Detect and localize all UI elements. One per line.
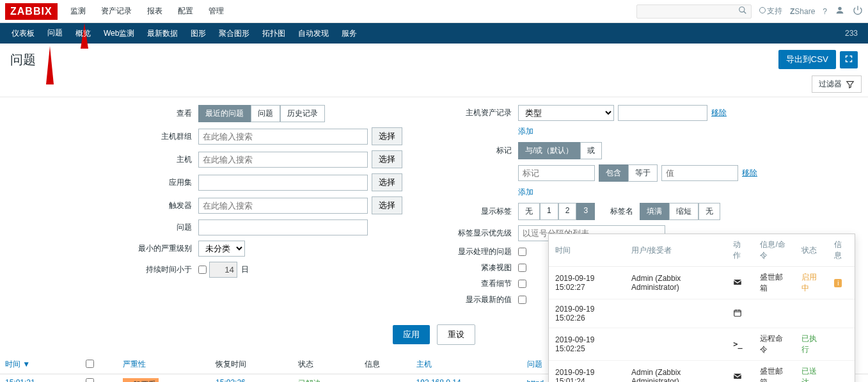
- popup-cell-status: 已送达: [795, 361, 828, 383]
- global-search[interactable]: [636, 4, 752, 19]
- show-suppressed-checkbox[interactable]: [518, 248, 526, 256]
- popup-cell-status: 启用中: [795, 267, 828, 299]
- show-tags-seg[interactable]: 无 1 2 3: [518, 203, 595, 220]
- topmenu-config[interactable]: 配置: [171, 1, 200, 22]
- show-tags-3[interactable]: 3: [576, 203, 595, 220]
- svg-line-1: [744, 12, 746, 14]
- nav-screens[interactable]: 聚合图形: [212, 23, 256, 44]
- cell-recovery[interactable]: 15:02:26: [210, 374, 293, 383]
- details-checkbox[interactable]: [518, 280, 526, 288]
- popup-cell-status: 已执行: [795, 328, 828, 361]
- details-label: 查看细节: [448, 278, 518, 289]
- export-csv-button[interactable]: 导出到CSV: [778, 50, 836, 69]
- hostgroup-select-button[interactable]: 选择: [372, 127, 402, 145]
- col-host[interactable]: 主机: [411, 355, 522, 374]
- hostgroup-input[interactable]: [198, 129, 368, 145]
- nav-problems[interactable]: 问题: [41, 22, 69, 45]
- nav-latest[interactable]: 最新数据: [141, 23, 184, 44]
- tag-mode-seg[interactable]: 与/或（默认） 或: [518, 142, 602, 159]
- tagname-full[interactable]: 填满: [640, 203, 669, 220]
- nav-web[interactable]: Web监测: [97, 23, 141, 44]
- tag-mode-andor[interactable]: 与/或（默认）: [518, 142, 580, 159]
- nav-maps[interactable]: 拓扑图: [256, 23, 292, 44]
- share-link[interactable]: ZShare: [790, 7, 815, 16]
- topmenu-inventory[interactable]: 资产记录: [95, 1, 138, 22]
- view-history[interactable]: 历史记录: [280, 105, 325, 122]
- select-all-checkbox[interactable]: [86, 360, 94, 368]
- col-severity[interactable]: 严重性: [118, 355, 210, 374]
- svg-rect-5: [734, 310, 741, 315]
- svg-point-2: [838, 7, 841, 10]
- tagname-none[interactable]: 无: [698, 203, 720, 220]
- nav-overview[interactable]: 概览: [69, 23, 97, 44]
- tag-op-seg[interactable]: 包含 等于: [599, 164, 658, 182]
- svg-point-0: [739, 7, 745, 12]
- tag-remove-link[interactable]: 移除: [742, 168, 757, 179]
- inventory-type-select[interactable]: 类型: [518, 105, 614, 121]
- topmenu-reports[interactable]: 报表: [141, 1, 169, 22]
- tag-op-contains[interactable]: 包含: [599, 164, 628, 182]
- inventory-remove-link[interactable]: 移除: [711, 107, 727, 118]
- cell-host[interactable]: 192.168.0.14: [416, 378, 461, 382]
- app-select-button[interactable]: 选择: [372, 173, 402, 191]
- power-icon[interactable]: [853, 5, 863, 17]
- fullscreen-button[interactable]: [840, 51, 858, 68]
- apply-button[interactable]: 应用: [393, 325, 430, 344]
- user-icon[interactable]: [835, 5, 845, 17]
- duration-checkbox[interactable]: [198, 266, 207, 274]
- nav-discovery[interactable]: 自动发现: [292, 23, 335, 44]
- help-icon[interactable]: ?: [823, 7, 827, 16]
- reset-button[interactable]: 重设: [437, 324, 475, 345]
- view-problems[interactable]: 问题: [251, 105, 280, 122]
- popup-cell-time: 2019-09-19 15:02:25: [549, 328, 625, 361]
- severity-select[interactable]: 未分类: [198, 241, 245, 257]
- popup-cell-status: [795, 299, 828, 328]
- latest-checkbox[interactable]: [518, 296, 526, 304]
- cell-info: [359, 374, 411, 383]
- app-input[interactable]: [198, 175, 368, 191]
- inventory-value-input[interactable]: [618, 105, 707, 121]
- cell-severity: 一般严重: [123, 378, 159, 382]
- col-recovery: 恢复时间: [210, 355, 293, 374]
- inventory-add-link[interactable]: 添加: [518, 126, 533, 137]
- search-icon: [738, 6, 747, 17]
- problem-filter-input[interactable]: [198, 219, 368, 235]
- cell-time[interactable]: 15:01:21: [0, 374, 81, 383]
- host-input[interactable]: [198, 152, 368, 168]
- duration-value[interactable]: [209, 262, 237, 278]
- tag-value-input[interactable]: [661, 165, 738, 181]
- topmenu-admin[interactable]: 管理: [202, 1, 230, 22]
- show-tags-none[interactable]: 无: [518, 203, 540, 220]
- support-link[interactable]: 支持: [759, 6, 782, 17]
- show-tags-2[interactable]: 2: [558, 203, 577, 220]
- severity-label: 最小的严重级别: [128, 243, 198, 254]
- popup-row: 2019-09-19 15:01:24Admin (Zabbix Adminis…: [549, 361, 855, 383]
- nav-graphs[interactable]: 图形: [184, 23, 212, 44]
- nav-services[interactable]: 服务: [335, 23, 363, 44]
- nav-dashboard[interactable]: 仪表板: [5, 23, 41, 44]
- tag-add-link[interactable]: 添加: [518, 187, 533, 198]
- view-seg[interactable]: 最近的问题 问题 历史记录: [198, 105, 325, 122]
- trigger-input[interactable]: [198, 198, 368, 214]
- tag-name-input[interactable]: [518, 165, 595, 181]
- host-label: 主机: [128, 154, 198, 165]
- view-recent[interactable]: 最近的问题: [198, 105, 251, 122]
- filter-toggle[interactable]: 过滤器: [812, 76, 862, 93]
- popup-cell-action-icon: [727, 361, 754, 383]
- col-time[interactable]: 时间 ▼: [0, 355, 81, 374]
- tag-mode-or[interactable]: 或: [580, 142, 602, 159]
- popup-cell-cmd: [754, 299, 794, 328]
- host-select-button[interactable]: 选择: [372, 150, 402, 168]
- sort-desc-icon: ▼: [22, 360, 30, 369]
- compact-checkbox[interactable]: [518, 264, 526, 272]
- popup-col-status: 状态: [795, 234, 828, 267]
- tag-op-equals[interactable]: 等于: [628, 164, 658, 182]
- row-checkbox[interactable]: [86, 378, 94, 382]
- tagname-seg[interactable]: 填满 缩短 无: [640, 203, 720, 220]
- brand-logo[interactable]: ZABBIX: [5, 3, 58, 20]
- topmenu-monitor[interactable]: 监测: [64, 1, 92, 22]
- show-tags-1[interactable]: 1: [540, 203, 558, 220]
- tags-label: 标记: [448, 145, 518, 156]
- tagname-short[interactable]: 缩短: [669, 203, 698, 220]
- trigger-select-button[interactable]: 选择: [372, 196, 402, 214]
